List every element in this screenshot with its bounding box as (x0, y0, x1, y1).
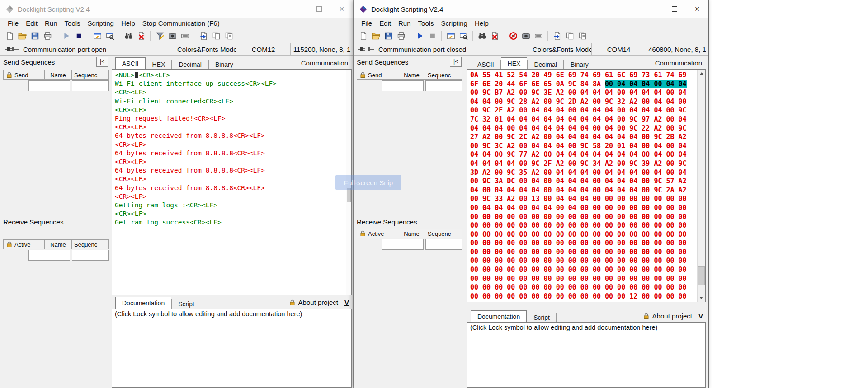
find-sequence-icon[interactable] (123, 30, 134, 42)
send-sequence-input[interactable] (425, 80, 462, 91)
send-name-input[interactable] (28, 80, 70, 91)
communication-halted-icon[interactable] (507, 30, 519, 42)
receive-sequence-input[interactable] (425, 239, 462, 250)
documentation-editor[interactable]: (Click Lock symbol to allow editing and … (112, 309, 352, 388)
menu-item-run[interactable]: Run (41, 19, 61, 28)
tab-hex[interactable]: HEX (146, 60, 172, 69)
menu-item-edit[interactable]: Edit (376, 19, 395, 28)
tab-documentation[interactable]: Documentation (115, 297, 171, 309)
copy-sequence-alt-icon[interactable] (576, 30, 588, 42)
start-communication-icon[interactable] (60, 30, 72, 42)
stop-communication-icon[interactable] (73, 30, 85, 42)
menu-item-file[interactable]: File (358, 19, 376, 28)
snapshot-camera-icon[interactable] (520, 30, 532, 42)
collapse-documentation-button[interactable]: V (344, 299, 349, 306)
save-icon[interactable] (382, 30, 394, 42)
stop-communication-icon[interactable] (426, 30, 438, 42)
minimize-button-icon[interactable] (285, 0, 308, 18)
menu-item-tools[interactable]: Tools (415, 19, 438, 28)
copy-sequence-icon[interactable] (210, 30, 222, 42)
lock-icon[interactable] (360, 230, 366, 237)
lock-icon[interactable] (643, 313, 649, 319)
send-sequence-input[interactable] (72, 80, 109, 91)
sequence-column-header[interactable]: Sequenc (72, 239, 109, 249)
tab-decimal[interactable]: Decimal (527, 60, 564, 69)
sequence-column-header[interactable]: Sequenc (72, 70, 109, 80)
menu-item-help[interactable]: Help (471, 19, 492, 28)
send-file-icon[interactable] (198, 30, 209, 42)
copy-sequence-icon[interactable] (564, 30, 576, 42)
clear-communication-icon[interactable] (135, 30, 147, 42)
receive-name-input[interactable] (382, 239, 424, 250)
send-column-header[interactable]: Send (357, 70, 398, 80)
lock-icon[interactable] (289, 299, 295, 306)
collapse-sequences-button[interactable]: |< (450, 57, 462, 67)
project-settings-icon[interactable] (458, 30, 469, 42)
close-button-icon[interactable]: ✕ (686, 0, 708, 18)
keyboard-console-icon[interactable] (179, 30, 191, 42)
tab-binary[interactable]: Binary (564, 60, 595, 69)
print-icon[interactable] (395, 30, 407, 42)
collapse-sequences-button[interactable]: |< (96, 57, 108, 67)
menu-item-scripting[interactable]: Scripting (438, 19, 471, 28)
menu-item-help[interactable]: Help (118, 19, 139, 28)
menu-item-file[interactable]: File (4, 19, 22, 28)
scrollbar[interactable] (697, 70, 705, 302)
communication-window[interactable]: 0A 55 41 52 54 20 49 6E 69 74 69 61 6C 6… (467, 69, 706, 302)
print-icon[interactable] (42, 30, 53, 42)
com-port-segment[interactable]: COM14 (592, 43, 646, 55)
documentation-editor[interactable]: (Click Lock symbol to allow editing and … (467, 322, 706, 388)
tab-documentation[interactable]: Documentation (471, 310, 527, 322)
serial-params-segment[interactable]: 115200, None, 8, 1 (291, 43, 353, 55)
keyboard-console-icon[interactable] (533, 30, 544, 42)
tab-ascii[interactable]: ASCII (471, 60, 501, 69)
send-column-header[interactable]: Send (3, 70, 45, 80)
tab-decimal[interactable]: Decimal (172, 60, 208, 69)
tab-hex[interactable]: HEX (501, 57, 528, 69)
sequence-column-header[interactable]: Sequenc (425, 70, 462, 80)
sequence-column-header[interactable]: Sequenc (425, 229, 462, 238)
start-communication-icon[interactable] (414, 30, 425, 42)
menu-item-tools[interactable]: Tools (61, 19, 84, 28)
active-column-header[interactable]: Active (357, 229, 398, 238)
receive-name-input[interactable] (28, 250, 70, 261)
maximize-button-icon[interactable] (663, 0, 686, 18)
edit-filter-icon[interactable] (154, 30, 165, 42)
tab-binary[interactable]: Binary (208, 60, 240, 69)
comm-channel-settings-icon[interactable] (445, 30, 457, 42)
maximize-button-icon[interactable] (308, 0, 330, 18)
send-name-input[interactable] (382, 80, 424, 91)
serial-params-segment[interactable]: 460800, None, 8, 1 (646, 43, 708, 55)
snapshot-camera-icon[interactable] (166, 30, 178, 42)
lock-icon[interactable] (360, 72, 366, 78)
save-icon[interactable] (29, 30, 41, 42)
name-column-header[interactable]: Name (398, 70, 425, 80)
send-file-icon[interactable] (551, 30, 563, 42)
new-file-icon[interactable] (4, 30, 15, 42)
menu-item-scripting[interactable]: Scripting (84, 19, 118, 28)
menu-item-stop-communication-f6[interactable]: Stop Communication (F6) (139, 19, 223, 28)
close-button-icon[interactable]: ✕ (330, 0, 353, 18)
scrollbar-thumb[interactable] (347, 188, 351, 202)
copy-sequence-alt-icon[interactable] (223, 30, 235, 42)
name-column-header[interactable]: Name (45, 239, 72, 249)
display-mode-segment[interactable]: Colors&Fonts Mode (173, 43, 236, 55)
com-port-segment[interactable]: COM12 (236, 43, 291, 55)
find-sequence-icon[interactable] (476, 30, 488, 42)
new-file-icon[interactable] (357, 30, 369, 42)
scrollbar[interactable] (346, 70, 351, 295)
name-column-header[interactable]: Name (398, 229, 425, 238)
collapse-documentation-button[interactable]: V (698, 312, 703, 320)
scroll-up-icon[interactable] (698, 70, 705, 77)
menu-item-edit[interactable]: Edit (22, 19, 41, 28)
clear-communication-icon[interactable] (489, 30, 500, 42)
project-settings-icon[interactable] (104, 30, 116, 42)
comm-channel-settings-icon[interactable] (91, 30, 103, 42)
name-column-header[interactable]: Name (45, 70, 72, 80)
scrollbar-thumb[interactable] (698, 266, 705, 285)
receive-sequence-input[interactable] (72, 250, 109, 261)
communication-window[interactable]: <NUL><CR><LF>Wi-Fi client interface up s… (112, 69, 352, 295)
active-column-header[interactable]: Active (3, 239, 45, 249)
minimize-button-icon[interactable] (641, 0, 663, 18)
tab-script[interactable]: Script (171, 299, 201, 309)
